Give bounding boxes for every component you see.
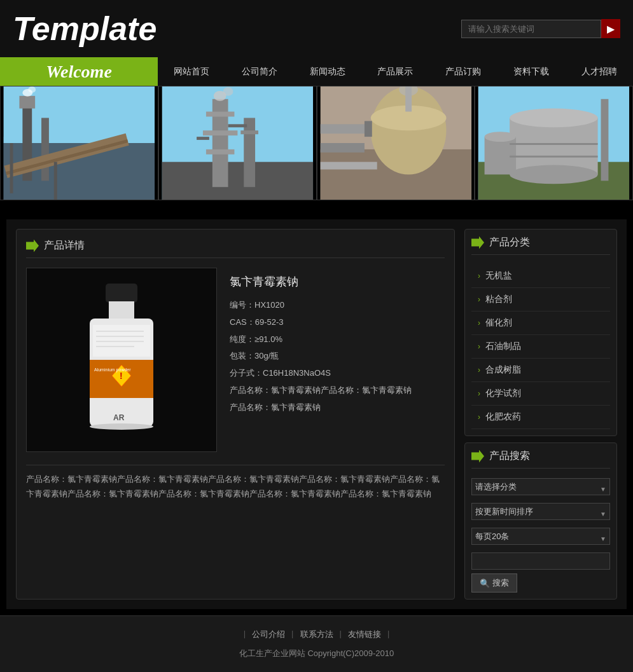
svg-rect-17 — [206, 149, 235, 154]
category-item-5[interactable]: › 化学试剂 — [471, 382, 610, 406]
svg-rect-18 — [244, 118, 255, 187]
svg-text:!: ! — [120, 371, 123, 381]
nav-item-home[interactable]: 网站首页 — [164, 57, 219, 86]
left-panel: 产品详情 — [16, 229, 455, 600]
svg-rect-16 — [203, 130, 237, 135]
sort-select[interactable]: 按更新时间排序 — [471, 503, 610, 520]
svg-point-57 — [90, 423, 153, 430]
product-desc: 产品名称：氯卞青霉素钠产品名称：氯卞青霉素钠产品名称：氯卞青霉素钠产品名称：氯卞… — [26, 465, 445, 502]
banner — [0, 86, 633, 200]
svg-rect-29 — [320, 143, 364, 153]
product-detail-title: 产品详情 — [26, 239, 445, 258]
svg-rect-48 — [93, 325, 150, 357]
svg-rect-4 — [41, 118, 49, 181]
footer-link-links[interactable]: 友情链接 — [342, 629, 387, 640]
svg-rect-22 — [228, 124, 247, 127]
sort-select-wrapper: 按更新时间排序 — [471, 503, 610, 524]
product-image-box: ! Aluminium powder AR — [26, 268, 217, 452]
cat-arrow-icon: › — [478, 319, 480, 327]
perpage-select-wrapper: 每页20条 — [471, 528, 610, 549]
category-title: 产品分类 — [471, 236, 610, 255]
svg-rect-45 — [109, 301, 134, 320]
banner-image-3 — [317, 86, 475, 200]
spacer — [0, 200, 633, 219]
svg-point-38 — [510, 165, 597, 184]
svg-rect-28 — [320, 124, 370, 134]
svg-text:AR: AR — [113, 413, 125, 422]
perpage-select[interactable]: 每页20条 — [471, 528, 610, 545]
banner-image-2 — [158, 86, 317, 200]
svg-rect-33 — [405, 86, 412, 112]
green-arrow-icon — [26, 240, 39, 252]
product-names-2: 产品名称：氯卞青霉素钠 — [230, 401, 445, 415]
nav: Welcome 网站首页 公司简介 新闻动态 产品展示 产品订购 资料下载 人才… — [0, 57, 633, 86]
category-item-4[interactable]: › 合成树脂 — [471, 359, 610, 382]
svg-point-40 — [485, 132, 516, 142]
product-search-box: 产品搜索 请选择分类 按更新时间排序 每页20条 🔍 搜索 — [464, 442, 617, 600]
copyright: 化工生产企业网站 Copyright(C)2009-2010 — [13, 648, 620, 659]
svg-rect-44 — [106, 284, 137, 303]
category-item-3[interactable]: › 石油制品 — [471, 335, 610, 359]
footer: | 公司介绍 | 联系方法 | 友情链接 | 化工生产企业网站 Copyrigh… — [0, 615, 633, 672]
main-content: 产品详情 — [6, 219, 627, 609]
svg-rect-10 — [10, 143, 13, 193]
nav-item-download[interactable]: 资料下载 — [504, 57, 559, 86]
category-item-0[interactable]: › 无机盐 — [471, 264, 610, 288]
product-detail: ! Aluminium powder AR 氯卞青霉素钠 编号：HX1020 C… — [26, 268, 445, 452]
category-item-1[interactable]: › 粘合剂 — [471, 288, 610, 312]
nav-item-news[interactable]: 新闻动态 — [300, 57, 355, 86]
category-select[interactable]: 请选择分类 — [471, 478, 610, 495]
svg-rect-42 — [510, 143, 597, 145]
category-item-6[interactable]: › 化肥农药 — [471, 406, 610, 429]
green-arrow-icon-2 — [471, 237, 484, 249]
search-input[interactable] — [461, 20, 601, 38]
svg-rect-23 — [197, 137, 209, 140]
cat-arrow-icon: › — [478, 366, 480, 374]
field-formula: 分子式：C16H18N3NaO4S — [230, 367, 445, 380]
svg-rect-19 — [240, 130, 258, 134]
product-info: 氯卞青霉素钠 编号：HX1020 CAS：69-52-3 纯度：≥91.0% 包… — [230, 268, 445, 452]
svg-point-37 — [510, 109, 597, 128]
cat-arrow-icon: › — [478, 389, 480, 398]
search-icon: 🔍 — [480, 579, 490, 588]
footer-link-contact[interactable]: 联系方法 — [294, 629, 340, 640]
search-area: ▶ — [461, 19, 620, 38]
right-panel: 产品分类 › 无机盐 › 粘合剂 › 催化剂 › 石油制品 › 合成树脂 — [464, 229, 617, 600]
cat-arrow-icon: › — [478, 295, 480, 304]
category-select-wrapper: 请选择分类 — [471, 478, 610, 499]
svg-rect-43 — [510, 156, 597, 158]
welcome-tab[interactable]: Welcome — [0, 57, 158, 86]
nav-item-about[interactable]: 公司简介 — [232, 57, 287, 86]
svg-point-7 — [28, 86, 36, 93]
nav-item-order[interactable]: 产品订购 — [436, 57, 490, 86]
footer-sep-end: | — [387, 629, 389, 640]
cat-arrow-icon: › — [478, 271, 480, 280]
nav-item-recruit[interactable]: 人才招聘 — [572, 57, 627, 86]
product-name: 氯卞青霉素钠 — [230, 274, 445, 289]
svg-rect-30 — [320, 162, 377, 170]
svg-rect-31 — [364, 121, 372, 137]
product-search-button[interactable]: 🔍 搜索 — [471, 573, 517, 593]
svg-rect-41 — [601, 99, 609, 181]
field-cas: CAS：69-52-3 — [230, 316, 445, 329]
svg-point-21 — [223, 87, 233, 96]
search-button[interactable]: ▶ — [601, 19, 620, 38]
field-purity: 纯度：≥91.0% — [230, 333, 445, 346]
field-id: 编号：HX1020 — [230, 299, 445, 312]
category-box: 产品分类 › 无机盐 › 粘合剂 › 催化剂 › 石油制品 › 合成树脂 — [464, 229, 617, 436]
nav-links: 网站首页 公司简介 新闻动态 产品展示 产品订购 资料下载 人才招聘 — [158, 57, 633, 86]
cat-arrow-icon: › — [478, 413, 480, 422]
svg-rect-5 — [19, 96, 35, 109]
nav-item-products[interactable]: 产品展示 — [368, 57, 422, 86]
logo: Template — [13, 10, 157, 48]
svg-rect-15 — [206, 112, 235, 117]
footer-link-about[interactable]: 公司介绍 — [246, 629, 291, 640]
category-item-2[interactable]: › 催化剂 — [471, 312, 610, 335]
svg-rect-13 — [162, 162, 312, 200]
banner-image-1 — [0, 86, 158, 200]
header: Template ▶ — [0, 0, 633, 57]
svg-text:Aluminium powder: Aluminium powder — [94, 367, 131, 373]
keyword-input[interactable] — [471, 552, 610, 570]
field-package: 包装：30g/瓶 — [230, 350, 445, 363]
svg-rect-11 — [54, 162, 57, 200]
